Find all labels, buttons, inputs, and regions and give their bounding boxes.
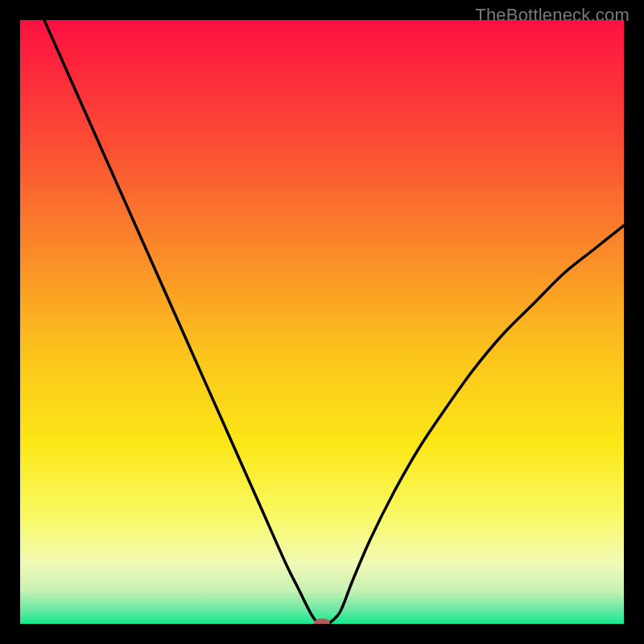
curve-layer bbox=[20, 20, 624, 624]
optimal-point-marker bbox=[314, 619, 330, 625]
bottleneck-curve bbox=[44, 20, 624, 624]
plot-area bbox=[20, 20, 624, 624]
chart-container: TheBottleneck.com bbox=[0, 0, 644, 644]
